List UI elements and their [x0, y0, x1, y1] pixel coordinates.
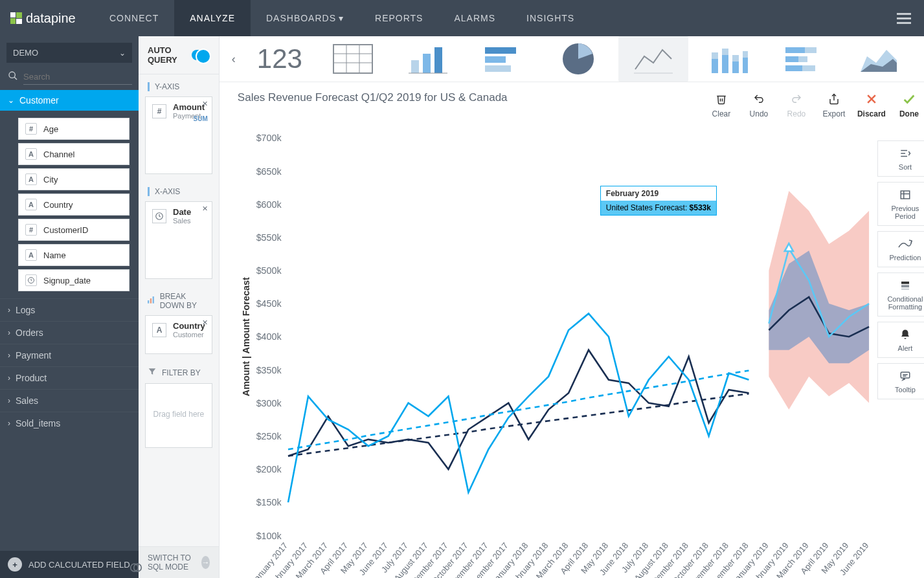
- breakdown-field-card[interactable]: A Country Customer ✕: [146, 316, 212, 344]
- svg-text:$600k: $600k: [256, 199, 282, 210]
- y-axis-dropzone[interactable]: # Amount Payment ✕ SUM: [145, 96, 212, 174]
- close-icon[interactable]: ✕: [202, 318, 208, 327]
- tree-label: Orders: [16, 328, 43, 338]
- done-button[interactable]: Done: [890, 91, 924, 118]
- strip-prev-icon[interactable]: ‹: [226, 52, 242, 66]
- tree-item-payment[interactable]: ›Payment: [0, 344, 139, 366]
- tool-previous-period[interactable]: Previous Period: [877, 182, 924, 226]
- logo: datapine: [0, 11, 94, 26]
- tree-item-product[interactable]: ›Product: [0, 366, 139, 389]
- search-input[interactable]: [23, 69, 132, 85]
- chart-type-stacked-bar[interactable]: [769, 36, 839, 82]
- nav-connect[interactable]: CONNECT: [94, 0, 174, 36]
- trash-icon: [703, 91, 740, 107]
- add-calc-label: ADD CALCULATED FIELD: [28, 560, 130, 570]
- database-name: DEMO: [13, 48, 38, 58]
- field-name[interactable]: AName: [18, 244, 130, 266]
- close-icon[interactable]: ✕: [202, 205, 208, 213]
- redo-button[interactable]: Redo: [778, 91, 815, 118]
- fill-icon[interactable]: [921, 517, 924, 533]
- chevron-right-icon: ›: [8, 396, 10, 405]
- collapse-icon[interactable]: ◀: [921, 496, 924, 512]
- switch-sql-button[interactable]: SWITCH TO SQL MODE →: [139, 546, 219, 578]
- tool-alert[interactable]: Alert: [877, 322, 924, 358]
- nav-reports[interactable]: REPORTS: [359, 0, 438, 36]
- drop-hint: Drag field here: [146, 384, 212, 445]
- tool-prediction[interactable]: Prediction: [877, 231, 924, 267]
- tree-header-label: Customer: [19, 95, 59, 106]
- undo-button[interactable]: Undo: [740, 91, 778, 118]
- svg-rect-37: [785, 56, 798, 62]
- tool-sort[interactable]: Sort: [877, 140, 924, 177]
- field-city[interactable]: ACity: [18, 168, 130, 190]
- nav-analyze[interactable]: ANALYZE: [174, 0, 251, 36]
- chart-tools: SortPrevious PeriodPredictionConditional…: [877, 121, 924, 578]
- chart-canvas[interactable]: $100k$150k$200k$250k$300k$350k$400k$450k…: [238, 121, 877, 578]
- add-calculated-field-button[interactable]: + ADD CALCULATED FIELD: [0, 551, 139, 578]
- hamburger-menu-icon[interactable]: [884, 10, 924, 27]
- y-axis-label: Y-AXIS: [155, 82, 179, 91]
- chart-type-pie[interactable]: [543, 36, 613, 82]
- field-age[interactable]: #Age: [18, 118, 130, 140]
- strip-next-icon[interactable]: ›: [919, 52, 924, 66]
- aggregation-label[interactable]: SUM: [194, 115, 208, 122]
- tree-label: Sales: [16, 395, 38, 406]
- x-axis-field-card[interactable]: Date Sales ✕: [146, 202, 212, 230]
- chart-type-area[interactable]: [844, 36, 914, 82]
- database-select[interactable]: DEMO ⌄: [6, 43, 132, 63]
- svg-rect-8: [148, 300, 149, 304]
- chevron-down-icon: ⌄: [119, 49, 126, 58]
- tree-header-customer[interactable]: ⌄ Customer: [0, 90, 139, 111]
- nav-dashboards[interactable]: DASHBOARDS ▾: [251, 0, 359, 36]
- nav-alarms[interactable]: ALARMS: [438, 0, 511, 36]
- tree-item-sales[interactable]: ›Sales: [0, 389, 139, 412]
- auto-query-toggle[interactable]: [192, 50, 210, 60]
- field-source: Customer: [173, 331, 205, 339]
- filter-dropzone[interactable]: Drag field here: [145, 383, 212, 448]
- undo-icon: [740, 91, 778, 107]
- more-icon[interactable]: ⋮: [921, 559, 924, 574]
- discard-button[interactable]: Discard: [853, 91, 890, 118]
- chevron-right-icon: ›: [8, 419, 10, 428]
- config-panel: AUTO QUERY Y-AXIS # Amount Payment ✕ SUM…: [139, 36, 220, 578]
- export-button[interactable]: Export: [815, 91, 853, 118]
- chart-title: Sales Revenue Forecast Q1/Q2 2019 for US…: [238, 91, 703, 104]
- clear-button[interactable]: Clear: [703, 91, 740, 118]
- x-axis-dropzone[interactable]: Date Sales ✕: [145, 201, 212, 279]
- tree-item-orders[interactable]: ›Orders: [0, 321, 139, 344]
- chart-type-line[interactable]: [618, 36, 688, 82]
- svg-rect-3: [16, 19, 22, 24]
- hash-icon: #: [152, 104, 166, 118]
- chart-type-bar-h[interactable]: [468, 36, 538, 82]
- tree-item-logs[interactable]: ›Logs: [0, 298, 139, 321]
- svg-rect-10: [153, 296, 154, 304]
- svg-rect-9: [150, 298, 152, 304]
- svg-rect-88: [901, 191, 910, 199]
- close-icon[interactable]: ✕: [202, 100, 208, 108]
- chevron-down-icon: ▾: [339, 13, 344, 23]
- nav-insights[interactable]: INSIGHTS: [511, 0, 590, 36]
- field-channel[interactable]: AChannel: [18, 143, 130, 165]
- svg-rect-32: [732, 55, 739, 61]
- chart-type-column[interactable]: [393, 36, 463, 82]
- tool-conditional-formatting[interactable]: Conditional Formatting: [877, 272, 924, 317]
- tool-label: Tooltip: [881, 386, 924, 394]
- field-country[interactable]: ACountry: [18, 194, 130, 216]
- chart-type-table[interactable]: [318, 36, 388, 82]
- y-axis-field-card[interactable]: # Amount Payment ✕ SUM: [146, 97, 212, 125]
- check-icon: [890, 91, 924, 107]
- chart-type-stacked-column[interactable]: [693, 36, 763, 82]
- field-signup_date[interactable]: Signup_date: [18, 269, 130, 291]
- field-label: Channel: [43, 150, 74, 159]
- svg-rect-39: [785, 65, 802, 71]
- text-icon[interactable]: A: [921, 538, 924, 553]
- svg-rect-28: [712, 52, 718, 59]
- strip-number[interactable]: 123: [247, 43, 313, 74]
- field-customerid[interactable]: #CustomerID: [18, 219, 130, 241]
- tool-tooltip[interactable]: Tooltip: [877, 363, 924, 399]
- text-icon: A: [25, 173, 37, 185]
- svg-line-5: [14, 77, 17, 80]
- svg-rect-36: [805, 47, 817, 53]
- tree-item-sold_items[interactable]: ›Sold_items: [0, 412, 139, 434]
- breakdown-dropzone[interactable]: A Country Customer ✕: [145, 315, 212, 354]
